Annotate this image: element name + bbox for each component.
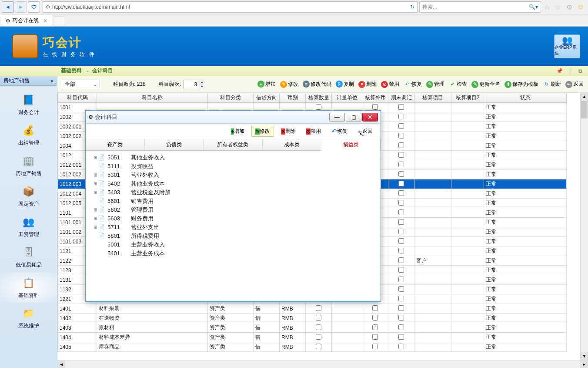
checkbox[interactable] xyxy=(398,344,404,349)
copy-button[interactable]: ⎘复制 xyxy=(336,81,354,88)
checkbox[interactable] xyxy=(398,267,404,273)
table-row[interactable]: 1402在途物资资产类借RMB正常 xyxy=(58,314,567,323)
scroll-thumb[interactable] xyxy=(581,101,588,118)
checkbox[interactable] xyxy=(398,190,404,196)
account-tree[interactable]: ⊞📄5051其他业务收入📄5111投资收益⊞📄5301营业外收入⊞📄5402其他… xyxy=(86,151,381,260)
spinner-up[interactable]: ▲ xyxy=(199,80,205,84)
checkbox[interactable] xyxy=(398,133,404,138)
tree-node[interactable]: ⊞📄5301营业外收入 xyxy=(90,171,376,179)
dlg-add-button[interactable]: +增加 xyxy=(227,126,248,136)
expand-icon[interactable]: ⊞ xyxy=(93,206,98,214)
manage-button[interactable]: ✎管理 xyxy=(426,81,444,88)
sidebar-item-出纳管理[interactable]: 💰出纳管理 xyxy=(0,120,57,150)
delete-button[interactable]: ✕删除 xyxy=(358,81,377,88)
checkbox[interactable] xyxy=(316,324,321,330)
scroll-right[interactable]: ► xyxy=(580,361,588,368)
scroll-up[interactable]: ▲ xyxy=(581,93,588,101)
checkbox[interactable] xyxy=(398,104,404,110)
dialog-tab-4[interactable]: 损益类 xyxy=(321,139,381,151)
column-header[interactable]: 核算数量 xyxy=(306,93,332,103)
checkbox[interactable] xyxy=(316,315,321,321)
checkbox[interactable] xyxy=(398,152,404,158)
url-input[interactable]: ⚙ http://cw.qiaokuaiji.com/main.html ↻ xyxy=(43,1,418,13)
checkbox[interactable] xyxy=(398,248,404,253)
refresh-button[interactable]: ↻刷新 xyxy=(543,81,561,88)
expand-icon[interactable]: ⊞ xyxy=(93,179,98,188)
tree-node[interactable]: 5401主营业务成本 xyxy=(90,249,376,258)
checkbox[interactable] xyxy=(398,277,404,282)
new-tab-button[interactable] xyxy=(54,17,64,26)
back-button[interactable]: ◄ xyxy=(2,1,14,13)
expand-icon[interactable]: ⊞ xyxy=(93,171,98,179)
updatename-button[interactable]: ✎更新全名 xyxy=(471,81,500,88)
dialog-tab-0[interactable]: 资产类 xyxy=(86,139,145,150)
checkbox[interactable] xyxy=(398,229,404,234)
level-input[interactable] xyxy=(184,81,199,88)
sidebar-item-基础资料[interactable]: 📋基础资料 xyxy=(0,272,57,303)
column-header[interactable]: 期末调汇 xyxy=(388,93,414,103)
refresh-icon[interactable]: ↻ xyxy=(410,4,414,10)
sidebar-item-低值易耗品[interactable]: 🗄低值易耗品 xyxy=(0,242,57,272)
dlg-edit-button[interactable]: ✎修改 xyxy=(251,126,274,137)
checkbox[interactable] xyxy=(398,123,404,129)
edit-button[interactable]: ✎修改 xyxy=(280,81,298,88)
favorites-icon[interactable]: ☆ xyxy=(553,2,563,12)
column-header[interactable]: 核算项目2 xyxy=(451,93,484,103)
settings-icon[interactable]: ⚙ xyxy=(565,2,574,12)
check-button[interactable]: ✔检查 xyxy=(449,81,467,88)
checkbox[interactable] xyxy=(372,305,378,311)
dialog-tab-2[interactable]: 所有者权益类 xyxy=(204,139,263,150)
horizontal-scrollbar[interactable]: ◄ ► xyxy=(57,360,588,368)
column-header[interactable]: 计量单位 xyxy=(332,93,362,103)
collapse-icon[interactable]: « xyxy=(50,78,53,84)
checkbox[interactable] xyxy=(398,334,404,340)
browser-tab[interactable]: ⚙ 巧会计在线 ✕ xyxy=(1,15,52,26)
column-header[interactable]: 状态 xyxy=(484,93,567,103)
restore-button[interactable]: ↶恢复 xyxy=(404,81,422,88)
checkbox[interactable] xyxy=(398,181,404,186)
column-header[interactable]: 核算外币 xyxy=(362,93,388,103)
minimize-button[interactable]: — xyxy=(329,113,345,122)
sidebar-title[interactable]: 房地产销售 « xyxy=(0,76,57,86)
add-button[interactable]: +增加 xyxy=(257,81,276,88)
erp-system-button[interactable]: 👥 企业ERP系统 xyxy=(554,34,580,58)
expand-icon[interactable]: ⊞ xyxy=(93,188,98,197)
dialog-tab-1[interactable]: 负债类 xyxy=(145,139,204,150)
savetpl-button[interactable]: ⬆保存为模板 xyxy=(504,81,538,88)
checkbox[interactable] xyxy=(398,257,404,263)
tree-node[interactable]: ⊞📄5603财务费用 xyxy=(90,214,376,223)
sidebar-item-固定资产[interactable]: 📦固定资产 xyxy=(0,181,57,211)
expand-icon[interactable]: ⊞ xyxy=(93,153,98,162)
checkbox[interactable] xyxy=(398,209,404,215)
checkbox[interactable] xyxy=(398,219,404,225)
disable-button[interactable]: ⊘禁用 xyxy=(381,81,399,88)
checkbox[interactable] xyxy=(316,305,321,311)
table-row[interactable]: 1404材料成本差异资产类借RMB正常 xyxy=(58,333,567,342)
column-header[interactable]: 借贷方向 xyxy=(254,93,280,103)
sidebar-item-财务会计[interactable]: 📘财务会计 xyxy=(0,89,57,120)
checkbox[interactable] xyxy=(316,344,321,349)
close-button[interactable]: ✕ xyxy=(362,113,378,122)
dlg-return-button[interactable]: ⇤返回 xyxy=(354,126,376,136)
tree-node[interactable]: ⊞📄5403营业税金及附加 xyxy=(90,188,376,197)
checkbox[interactable] xyxy=(398,324,404,330)
window-icon[interactable]: ⧉ xyxy=(576,67,585,75)
checkbox[interactable] xyxy=(316,334,321,340)
vertical-scrollbar[interactable]: ▲ ▼ xyxy=(580,93,588,360)
table-row[interactable]: 1405库存商品资产类借RMB正常 xyxy=(58,342,567,352)
column-header[interactable]: 核算项目 xyxy=(414,93,451,103)
sidebar-item-工资管理[interactable]: 👥工资管理 xyxy=(0,211,57,242)
level-spinner[interactable]: ▲▼ xyxy=(184,80,205,89)
expand-icon[interactable]: ⊞ xyxy=(93,214,98,223)
checkbox[interactable] xyxy=(372,324,378,330)
tree-node[interactable]: ⊞📄5051其他业务收入 xyxy=(90,153,376,162)
tree-node[interactable]: 5001主营业务收入 xyxy=(90,240,376,249)
expand-icon[interactable]: ⊞ xyxy=(93,223,98,232)
pin-icon[interactable]: 📌 xyxy=(555,67,564,75)
checkbox[interactable] xyxy=(398,296,404,301)
checkbox[interactable] xyxy=(398,305,404,311)
search-icon[interactable]: 🔍▾ xyxy=(529,4,538,10)
checkbox[interactable] xyxy=(398,114,404,119)
checkbox[interactable] xyxy=(372,104,378,110)
column-header[interactable]: 科目分类 xyxy=(208,93,254,103)
